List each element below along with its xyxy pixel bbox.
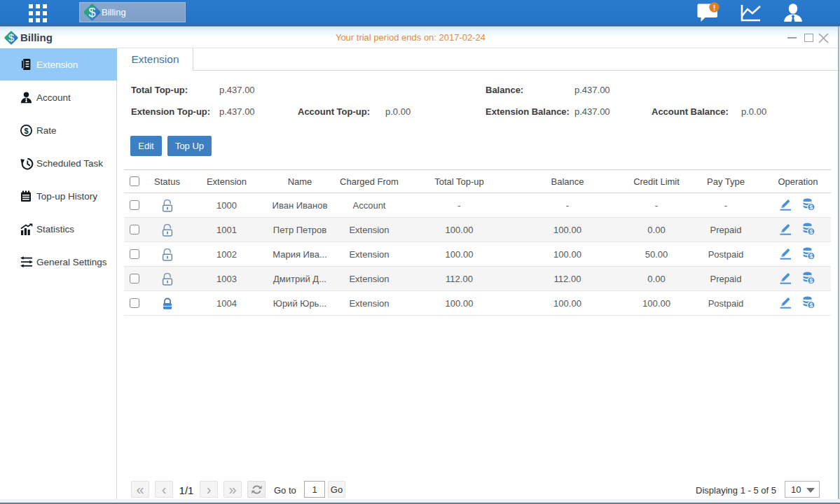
svg-text:$: $ <box>810 228 813 235</box>
svg-text:$: $ <box>810 302 813 309</box>
svg-text:$: $ <box>24 127 28 135</box>
svg-text:$: $ <box>810 253 813 260</box>
svg-text:!: ! <box>713 4 716 12</box>
svg-text:$: $ <box>88 6 95 20</box>
svg-text:$: $ <box>810 277 813 284</box>
svg-text:$: $ <box>810 204 813 211</box>
